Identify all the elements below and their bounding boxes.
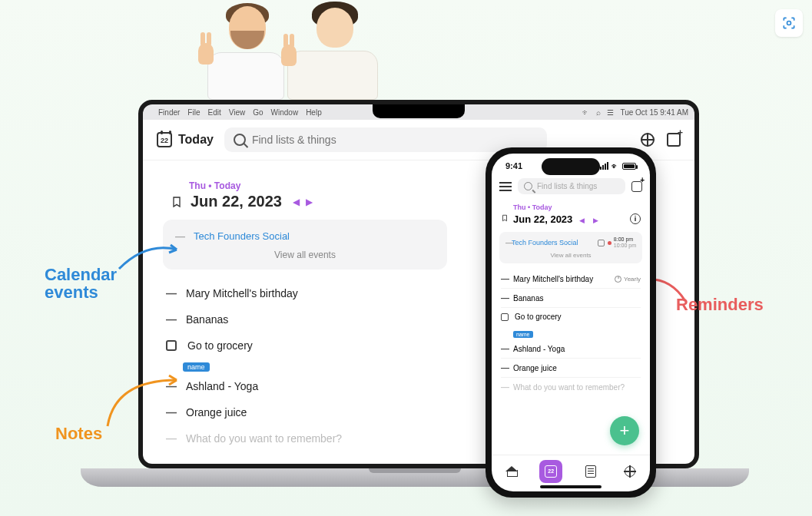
list-item[interactable]: — Ashland - Yoga <box>163 373 455 399</box>
document-icon <box>585 465 596 478</box>
dash-icon: — <box>501 293 507 303</box>
event-end-time: 10:00 pm <box>614 243 636 249</box>
phone-list-item[interactable]: — Ashland - Yoga <box>501 339 641 359</box>
home-indicator <box>540 485 602 488</box>
phone-calendar-events-box: — Tech Founders Social 8:00 pm 10:00 pm … <box>499 232 642 263</box>
menu-finder[interactable]: Finder <box>158 108 180 117</box>
item-text: Bananas <box>513 294 543 303</box>
item-tag[interactable]: name <box>513 331 533 338</box>
item-text: Mary Mitchell's birthday <box>186 287 298 299</box>
mini-calendar-icon <box>598 240 605 246</box>
checkbox-icon[interactable] <box>501 313 509 321</box>
event-title: Tech Founders Social <box>512 239 598 246</box>
item-tag[interactable]: name <box>183 362 210 372</box>
item-text: Go to grocery <box>187 339 253 352</box>
tab-today[interactable] <box>539 460 562 483</box>
next-day-button[interactable]: ▶ <box>591 217 601 224</box>
reminder-badge: Yearly <box>615 276 641 283</box>
reminder-label: Yearly <box>624 276 641 283</box>
search-menubar-icon: ⌕ <box>596 108 601 117</box>
calendar-events-box: — Tech Founders Social View all events <box>163 220 447 270</box>
phone-view-all-events-link[interactable]: View all events <box>505 252 636 259</box>
new-item-input[interactable]: — What do you want to remember? <box>163 425 455 452</box>
phone-new-item-input[interactable]: — What do you want to remember? <box>501 378 641 396</box>
item-text: Go to grocery <box>515 313 562 321</box>
event-title: Tech Founders Social <box>194 230 290 242</box>
phone-list-item[interactable]: — Mary Mitchell's birthday Yearly <box>501 270 641 289</box>
event-dot-icon <box>608 241 611 245</box>
hamburger-icon[interactable] <box>499 182 512 191</box>
status-time: 9:41 <box>505 161 522 170</box>
dash-icon: — <box>501 344 507 353</box>
dash-icon: — <box>501 363 507 372</box>
item-text: Orange juice <box>513 364 557 372</box>
item-text: Ashland - Yoga <box>186 380 258 392</box>
prev-day-button[interactable]: ◀ <box>577 217 587 224</box>
home-icon <box>505 466 518 477</box>
phone-compose-icon[interactable] <box>631 181 642 192</box>
control-center-icon: ☰ <box>607 108 614 117</box>
list-item[interactable]: — Bananas <box>163 306 455 332</box>
phone-search-bar[interactable]: Find lists & things <box>518 178 625 194</box>
search-input[interactable] <box>252 134 538 146</box>
items-list: — Mary Mitchell's birthday — Bananas Go … <box>163 280 455 452</box>
tab-explore[interactable] <box>618 460 641 483</box>
menu-help[interactable]: Help <box>306 108 322 117</box>
phone-list-item-todo[interactable]: Go to grocery <box>501 308 641 326</box>
phone-calendar-event[interactable]: — Tech Founders Social 8:00 pm 10:00 pm <box>505 237 636 249</box>
phone-search-placeholder: Find lists & things <box>537 182 597 190</box>
list-item[interactable]: — Mary Mitchell's birthday <box>163 280 455 306</box>
item-text: Mary Mitchell's birthday <box>513 275 593 283</box>
menu-window[interactable]: Window <box>271 108 299 117</box>
arrow-calendar <box>115 238 184 280</box>
next-day-button[interactable]: ▶ <box>306 197 313 207</box>
phone-mockup: 9:41 ᯤ Find lists & things Thu • Today J… <box>486 147 656 498</box>
list-item-todo[interactable]: Go to grocery <box>163 332 455 359</box>
tab-home[interactable] <box>500 460 523 483</box>
view-all-events-link[interactable]: View all events <box>175 250 435 260</box>
event-start-time: 8:00 pm <box>614 237 636 243</box>
signal-icon <box>600 162 608 170</box>
search-bar[interactable] <box>224 127 547 152</box>
item-text: Bananas <box>186 313 228 326</box>
search-icon <box>524 182 532 190</box>
calendar-event[interactable]: — Tech Founders Social <box>175 227 435 245</box>
info-icon[interactable]: i <box>630 213 641 224</box>
arrow-notes <box>100 372 184 437</box>
bookmark-icon[interactable] <box>501 212 509 226</box>
list-item[interactable]: — Orange juice <box>163 399 455 425</box>
compose-icon[interactable] <box>667 133 681 147</box>
dash-icon: — <box>166 287 175 299</box>
phone-list-item[interactable]: — Orange juice <box>501 359 641 378</box>
menu-edit[interactable]: Edit <box>207 108 220 117</box>
annotation-notes: Notes <box>55 424 102 444</box>
phone-current-date: Jun 22, 2023 <box>513 213 572 225</box>
svg-point-0 <box>787 22 791 25</box>
calendar-icon <box>157 132 172 147</box>
clock-icon <box>615 276 621 283</box>
capture-icon[interactable] <box>775 9 803 37</box>
menubar-datetime: Tue Oct 15 9:41 AM <box>620 108 688 117</box>
wifi-icon: ᯤ <box>611 162 619 170</box>
dash-icon: — <box>505 239 512 247</box>
battery-icon <box>622 163 636 170</box>
prev-day-button[interactable]: ◀ <box>293 197 300 207</box>
menu-file[interactable]: File <box>187 108 200 117</box>
globe-icon[interactable] <box>641 133 655 147</box>
bookmark-icon[interactable] <box>171 195 183 209</box>
checkbox-icon[interactable] <box>166 340 177 351</box>
wifi-icon: ᯤ <box>582 108 590 117</box>
current-date: Jun 22, 2023 <box>191 193 282 210</box>
search-icon <box>234 134 246 146</box>
phone-list-item[interactable]: — Bananas <box>501 289 641 308</box>
new-item-placeholder: What do you want to remember? <box>186 432 342 445</box>
fab-add-button[interactable]: + <box>610 416 639 445</box>
menu-view[interactable]: View <box>229 108 246 117</box>
new-item-placeholder: What do you want to remember? <box>513 383 625 392</box>
tab-lists[interactable] <box>579 460 602 483</box>
menu-go[interactable]: Go <box>253 108 263 117</box>
dash-icon: — <box>166 313 175 326</box>
today-label: Today <box>178 133 214 147</box>
today-heading[interactable]: Today <box>157 132 214 147</box>
globe-icon <box>625 466 635 477</box>
